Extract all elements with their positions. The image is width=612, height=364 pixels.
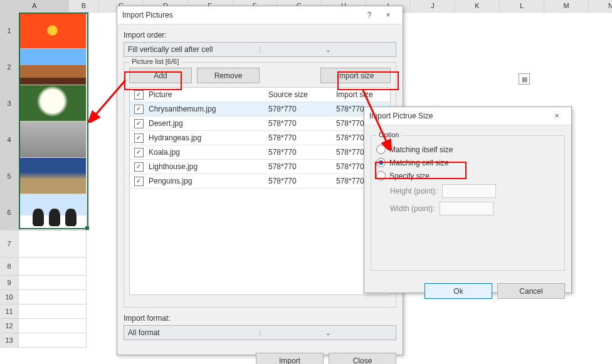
column-header[interactable]: J xyxy=(411,0,455,12)
column-header[interactable]: N xyxy=(589,0,612,12)
cell-source-size: 578*770 xyxy=(268,133,336,142)
import-format-combo[interactable]: All format ⌄ xyxy=(124,325,396,340)
column-header[interactable]: A xyxy=(1,0,69,12)
table-row[interactable]: ✓Desert.jpg578*770578*770 xyxy=(130,117,390,131)
col-picture[interactable]: Picture xyxy=(147,90,268,99)
picture-list-group: Picture list [6/6] Add Remove Import siz… xyxy=(124,62,396,308)
radio-icon xyxy=(376,145,386,154)
row-checkbox[interactable]: ✓ xyxy=(134,133,144,143)
cell[interactable] xyxy=(19,276,87,290)
option-group-title: Option xyxy=(376,131,401,138)
row-checkbox[interactable]: ✓ xyxy=(134,148,144,157)
import-size-button[interactable]: Import size xyxy=(320,68,391,83)
smart-tag-icon[interactable]: ▦ xyxy=(519,73,530,85)
cell[interactable] xyxy=(19,319,87,333)
width-field: Width (point): xyxy=(390,202,559,216)
cell[interactable] xyxy=(19,13,87,49)
row-header[interactable]: 3 xyxy=(0,85,19,122)
row-checkbox[interactable]: ✓ xyxy=(134,105,144,114)
option-matching-cell[interactable]: Matching cell size xyxy=(376,158,559,167)
row-header[interactable]: 2 xyxy=(0,49,19,85)
table-row[interactable]: ✓Hydrangeas.jpg578*770578*770 xyxy=(130,131,390,145)
select-all-checkbox[interactable]: ✓ xyxy=(134,90,144,100)
dialog-title: Import Pictures xyxy=(122,11,360,19)
dialog-title: Import Pictrue Size xyxy=(369,112,547,120)
height-label: Height (point): xyxy=(390,187,437,195)
row-header[interactable]: 13 xyxy=(0,333,19,348)
close-button[interactable]: Close xyxy=(329,353,396,364)
cell-source-size: 578*770 xyxy=(268,162,336,171)
radio-icon xyxy=(376,171,386,180)
help-button[interactable]: ? xyxy=(360,8,379,22)
table-row[interactable]: ✓Chrysanthemum.jpg578*770578*770 xyxy=(130,102,390,117)
table-row[interactable]: ✓Lighthouse.jpg578*770578*770 xyxy=(130,160,390,174)
col-source[interactable]: Source size xyxy=(268,90,336,99)
row-header[interactable]: 7 xyxy=(0,231,19,257)
column-header[interactable]: B xyxy=(69,0,99,12)
inserted-picture[interactable] xyxy=(19,85,86,121)
cancel-button[interactable]: Cancel xyxy=(497,283,565,299)
cell[interactable] xyxy=(19,194,87,231)
import-order-label: Import order: xyxy=(124,31,396,39)
col-import[interactable]: Import size xyxy=(336,90,390,99)
inserted-picture[interactable] xyxy=(19,49,86,85)
width-label: Width (point): xyxy=(390,204,435,213)
remove-button[interactable]: Remove xyxy=(197,68,260,83)
option-specify-size[interactable]: Specify size xyxy=(376,171,559,180)
cell[interactable] xyxy=(19,231,87,257)
table-row[interactable]: ✓Koala.jpg578*770578*770 xyxy=(130,145,390,160)
cell[interactable] xyxy=(19,49,87,85)
cell[interactable] xyxy=(19,257,87,276)
cell[interactable] xyxy=(19,333,87,348)
inserted-picture[interactable] xyxy=(19,13,86,48)
row-header[interactable]: 4 xyxy=(0,122,19,158)
cell[interactable] xyxy=(19,85,87,122)
row-checkbox[interactable]: ✓ xyxy=(134,177,144,186)
column-header[interactable]: L xyxy=(500,0,544,12)
option-label: Matching itself size xyxy=(389,145,453,154)
option-matching-itself[interactable]: Matching itself size xyxy=(376,145,559,154)
row-header[interactable]: 10 xyxy=(0,290,19,304)
option-label: Specify size xyxy=(389,172,430,180)
import-order-value: Fill vertically cell after cell xyxy=(124,45,260,54)
inserted-picture[interactable] xyxy=(19,158,86,194)
row-header[interactable]: 1 xyxy=(0,13,19,49)
row-checkbox[interactable]: ✓ xyxy=(134,162,144,172)
cell[interactable] xyxy=(19,122,87,158)
ok-button[interactable]: Ok xyxy=(425,283,492,299)
row-header[interactable]: 9 xyxy=(0,276,19,290)
cell[interactable] xyxy=(19,304,87,319)
cell-picture: Koala.jpg xyxy=(147,148,268,157)
row-checkbox[interactable]: ✓ xyxy=(134,119,144,128)
cell[interactable] xyxy=(19,290,87,304)
import-format-value: All format xyxy=(124,328,260,337)
inserted-picture[interactable] xyxy=(19,122,86,157)
add-button[interactable]: Add xyxy=(129,68,192,83)
row-header[interactable]: 11 xyxy=(0,304,19,319)
row-header[interactable]: 12 xyxy=(0,319,19,333)
table-row[interactable]: ✓Penguins.jpg578*770578*770 xyxy=(130,174,390,189)
import-button[interactable]: Import xyxy=(256,353,324,364)
dialog-titlebar[interactable]: Import Pictrue Size × xyxy=(364,107,571,125)
cell-source-size: 578*770 xyxy=(268,105,336,113)
import-order-combo[interactable]: Fill vertically cell after cell ⌄ xyxy=(124,42,396,57)
row-header[interactable]: 8 xyxy=(0,257,19,276)
column-header[interactable]: M xyxy=(544,0,589,12)
width-input xyxy=(440,202,493,216)
dialog-titlebar[interactable]: Import Pictures ? × xyxy=(117,6,403,24)
inserted-picture[interactable] xyxy=(19,194,86,230)
row-header[interactable]: 6 xyxy=(0,194,19,231)
radio-icon xyxy=(376,158,386,167)
height-field: Height (point): xyxy=(390,184,559,198)
cell-picture: Lighthouse.jpg xyxy=(147,162,268,171)
close-icon[interactable]: × xyxy=(379,8,398,22)
dialog-footer: Ok Cancel xyxy=(364,277,571,305)
import-format-label: Import format: xyxy=(124,314,396,323)
option-group: Option Matching itself size Matching cel… xyxy=(371,135,565,271)
dialog-footer: Import Close xyxy=(117,346,403,364)
cell[interactable] xyxy=(19,158,87,194)
close-icon[interactable]: × xyxy=(547,109,566,123)
cell-picture: Chrysanthemum.jpg xyxy=(147,105,268,113)
column-header[interactable]: K xyxy=(455,0,500,12)
row-header[interactable]: 5 xyxy=(0,158,19,194)
